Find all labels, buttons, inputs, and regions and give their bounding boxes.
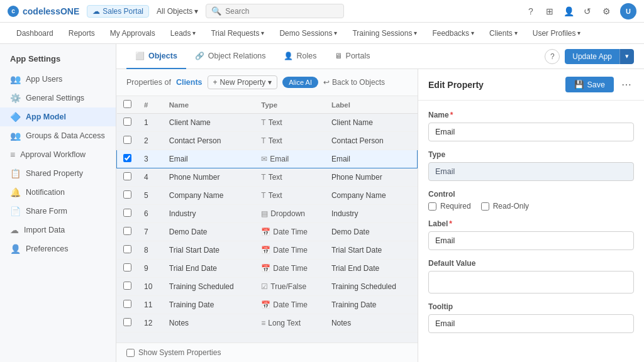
grid-icon[interactable]: ⊞ — [545, 6, 555, 16]
name-field-input[interactable] — [428, 123, 634, 141]
row-checkbox[interactable] — [123, 118, 131, 126]
save-button[interactable]: 💾 Save — [565, 77, 614, 92]
more-options-button[interactable]: ⋯ — [619, 79, 634, 90]
shared-property-icon: 📋 — [10, 168, 21, 178]
default-value-input[interactable] — [428, 271, 634, 293]
table-row[interactable]: 12 Notes ≡ Long Text Notes — [117, 314, 418, 332]
table-row[interactable]: 11 Training Date 📅 Date Time Training Da… — [117, 296, 418, 314]
tab-bar: ⬜ Objects 🔗 Object Relations 👤 Roles 🖥 P… — [116, 44, 644, 69]
table-row[interactable]: 6 Industry ▤ Dropdown Industry — [117, 205, 418, 223]
label-field-input[interactable] — [428, 231, 634, 250]
back-to-objects-button[interactable]: ↩ Back to Objects — [323, 78, 385, 87]
tab-portals[interactable]: 🖥 Portals — [326, 44, 379, 69]
object-relations-label: Object Relations — [208, 52, 266, 60]
edit-panel-title: Edit Property — [428, 80, 560, 90]
nav-clients[interactable]: Clients — [483, 25, 524, 41]
sidebar-item-approval[interactable]: ≡ Approval Workflow — [0, 145, 116, 164]
update-app-arrow-btn[interactable]: ▾ — [619, 49, 634, 64]
row-checkbox[interactable] — [123, 245, 131, 253]
avatar[interactable]: U — [620, 3, 636, 19]
nav-approvals[interactable]: My Approvals — [104, 25, 162, 41]
help-circle-icon[interactable]: ? — [545, 49, 560, 64]
search-input[interactable] — [225, 7, 338, 16]
brand-logo: c codelessONE — [8, 6, 79, 17]
row-checkbox[interactable] — [123, 300, 131, 308]
content-area: ⬜ Objects 🔗 Object Relations 👤 Roles 🖥 P… — [116, 44, 644, 362]
nav-training-sessions[interactable]: Training Sessions — [346, 25, 423, 41]
row-type: 📅 Date Time — [255, 296, 325, 314]
nav-dashboard[interactable]: Dashboard — [10, 25, 60, 41]
sidebar-item-shared-property[interactable]: 📋 Shared Property — [0, 164, 116, 183]
sidebar-item-app-users[interactable]: 👥 App Users — [0, 70, 116, 89]
row-checkbox[interactable] — [123, 282, 131, 290]
sidebar-item-preferences[interactable]: 👤 Preferences — [0, 239, 116, 258]
sidebar-item-general-settings[interactable]: ⚙️ General Settings — [0, 89, 116, 107]
all-objects-dropdown[interactable]: All Objects ▾ — [157, 7, 198, 16]
row-checkbox[interactable] — [123, 154, 131, 162]
search-bar[interactable]: 🔍 — [206, 4, 344, 18]
help-icon[interactable]: ? — [526, 6, 536, 16]
sidebar-item-app-model[interactable]: 🔷 App Model — [0, 107, 116, 126]
table-header-row: # Name Type Label — [117, 96, 418, 114]
row-type: 📅 Date Time — [255, 223, 325, 241]
app-name-badge[interactable]: ☁ Sales Portal — [87, 5, 149, 18]
tab-objects[interactable]: ⬜ Objects — [126, 44, 186, 69]
clients-link[interactable]: Clients — [176, 78, 203, 87]
row-checkbox[interactable] — [123, 263, 131, 272]
row-number: 8 — [138, 241, 163, 260]
readonly-checkbox[interactable] — [481, 202, 489, 211]
row-checkbox[interactable] — [123, 209, 131, 217]
history-icon[interactable]: ↺ — [582, 6, 592, 16]
sidebar-item-import-data[interactable]: ☁ Import Data — [0, 221, 116, 239]
show-system-properties[interactable]: Show System Properties — [116, 343, 418, 362]
back-arrow-icon: ↩ — [323, 78, 330, 87]
nav-reports[interactable]: Reports — [62, 25, 101, 41]
users-icon[interactable]: 👤 — [564, 6, 574, 16]
show-system-checkbox[interactable] — [126, 349, 135, 357]
row-number: 4 — [138, 168, 163, 187]
nav-leads[interactable]: Leads — [164, 25, 203, 41]
table-row[interactable]: 9 Trial End Date 📅 Date Time Trial End D… — [117, 260, 418, 278]
tab-roles[interactable]: 👤 Roles — [275, 44, 326, 69]
approval-icon: ≡ — [10, 150, 15, 160]
row-checkbox[interactable] — [123, 136, 131, 144]
select-all-checkbox[interactable] — [123, 100, 131, 108]
row-checkbox[interactable] — [123, 190, 131, 199]
required-checkbox[interactable] — [428, 202, 436, 211]
row-label: Trial End Date — [325, 260, 418, 278]
row-checkbox-cell — [117, 150, 138, 168]
new-property-button[interactable]: + New Property ▾ — [208, 75, 278, 89]
table-row[interactable]: 8 Trial Start Date 📅 Date Time Trial Sta… — [117, 241, 418, 260]
table-row[interactable]: 2 Contact Person T Text Contact Person — [117, 132, 418, 150]
table-row[interactable]: 4 Phone Number T Text Phone Number — [117, 168, 418, 187]
row-checkbox[interactable] — [123, 318, 131, 326]
alice-ai-button[interactable]: Alice AI — [282, 77, 318, 88]
nav-user-profiles[interactable]: User Profiles — [526, 25, 587, 41]
row-checkbox[interactable] — [123, 172, 131, 180]
sidebar-item-groups-data[interactable]: 👥 Groups & Data Access — [0, 126, 116, 145]
row-label: Training Scheduled — [325, 278, 418, 296]
settings-icon[interactable]: ⚙ — [601, 6, 611, 16]
properties-table: # Name Type Label 1 Client Name T Text C… — [116, 96, 418, 343]
row-name: Demo Date — [163, 223, 255, 241]
sidebar-item-notification[interactable]: 🔔 Notification — [0, 183, 116, 202]
table-row[interactable]: 7 Demo Date 📅 Date Time Demo Date — [117, 223, 418, 241]
table-row[interactable]: 10 Training Scheduled ☑ True/False Train… — [117, 278, 418, 296]
row-checkbox[interactable] — [123, 227, 131, 235]
table-row[interactable]: 5 Company Name T Text Company Name — [117, 187, 418, 205]
table-row[interactable]: 1 Client Name T Text Client Name — [117, 114, 418, 132]
nav-feedbacks[interactable]: Feedbacks — [426, 25, 480, 41]
all-objects-label: All Objects — [157, 7, 192, 16]
sidebar-item-share-form[interactable]: 📄 Share Form — [0, 202, 116, 221]
update-app-button[interactable]: Update App — [565, 49, 619, 64]
required-control[interactable]: Required — [428, 202, 471, 211]
readonly-control[interactable]: Read-Only — [481, 202, 529, 211]
table-row[interactable]: 3 Email ✉ Email Email — [117, 150, 418, 168]
nav-demo-sessions[interactable]: Demo Sessions — [273, 25, 343, 41]
row-label: Training Date — [325, 296, 418, 314]
groups-icon: 👥 — [10, 131, 21, 141]
nav-trial-requests[interactable]: Trial Requests — [204, 25, 270, 41]
control-field-label: Control — [428, 190, 634, 199]
tooltip-input[interactable] — [428, 314, 634, 333]
tab-object-relations[interactable]: 🔗 Object Relations — [186, 44, 275, 69]
